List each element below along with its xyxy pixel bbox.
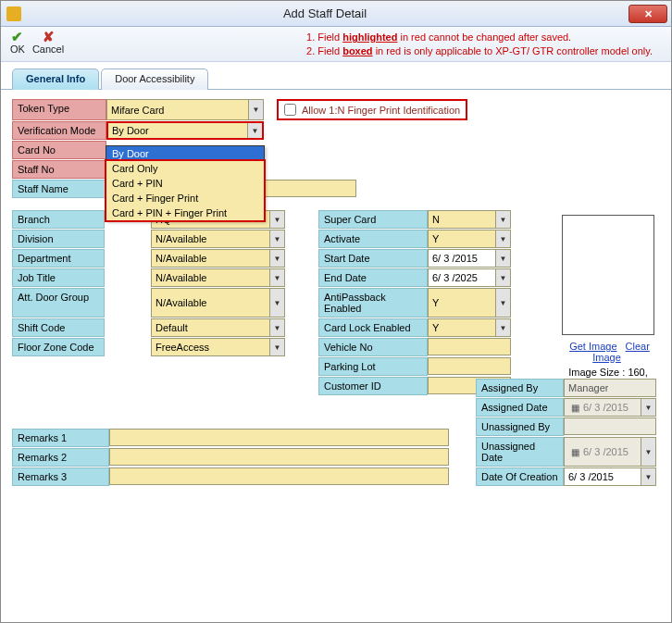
dropdown-option[interactable]: Card + PIN (106, 176, 264, 191)
app-icon (6, 6, 21, 21)
dropdown-option[interactable]: Card + Finger Print (106, 191, 264, 206)
verification-mode-label: Verification Mode (12, 121, 106, 140)
shift-code-select[interactable]: Default▼ (151, 318, 285, 337)
chevron-down-icon: ▼ (247, 123, 262, 138)
antipassback-select[interactable]: Y▼ (428, 288, 511, 318)
card-lock-select[interactable]: Y▼ (428, 318, 511, 337)
cancel-label: Cancel (32, 44, 64, 55)
chevron-down-icon: ▼ (269, 319, 284, 336)
att-door-group-label: Att. Door Group (12, 288, 105, 318)
chevron-down-icon: ▼ (269, 211, 284, 228)
assigned-by-label: Assigned By (476, 379, 564, 397)
customer-id-label: Customer ID (318, 377, 428, 395)
token-type-select[interactable]: Mifare Card ▼ (106, 99, 264, 120)
tab-content: Token Type Mifare Card ▼ Allow 1:N Finge… (1, 90, 671, 496)
tab-door-accessibility[interactable]: Door Accessibility (101, 69, 208, 90)
division-label: Division (12, 230, 105, 248)
chevron-down-icon: ▼ (269, 339, 284, 355)
dropdown-option[interactable]: Card + PIN + Finger Print (106, 206, 264, 220)
end-date-input[interactable]: 6/ 3 /2025▼ (428, 268, 511, 287)
chevron-down-icon: ▼ (495, 289, 510, 317)
start-date-input[interactable]: 6/ 3 /2015▼ (428, 249, 511, 268)
ok-label: OK (10, 44, 25, 55)
chevron-down-icon: ▼ (269, 250, 284, 267)
date-of-creation-input[interactable]: 6/ 3 /2015▼ (564, 467, 656, 486)
dropdown-option[interactable]: Card Only (106, 161, 264, 176)
chevron-down-icon: ▼ (495, 319, 510, 336)
cancel-button[interactable]: ✘ Cancel (32, 31, 64, 55)
verification-mode-dropdown[interactable]: By Door Card Only Card + PIN Card + Fing… (106, 145, 265, 221)
get-image-link[interactable]: Get Image (569, 341, 616, 352)
vehicle-no-input[interactable] (428, 338, 511, 355)
verification-mode-select[interactable]: By Door ▼ (106, 121, 264, 140)
job-title-label: Job Title (12, 268, 105, 287)
activate-select[interactable]: Y▼ (428, 230, 511, 248)
department-select[interactable]: N/Available▼ (151, 249, 285, 268)
allow-fingerprint-label: Allow 1:N Finger Print Identification (302, 105, 460, 116)
super-card-select[interactable]: N▼ (428, 210, 511, 229)
chevron-down-icon: ▼ (269, 269, 284, 286)
allow-fingerprint-box[interactable]: Allow 1:N Finger Print Identification (277, 99, 467, 120)
floor-zone-label: Floor Zone Code (12, 338, 105, 356)
tabstrip: General Info Door Accessibility (1, 68, 671, 90)
chevron-down-icon: ▼ (248, 100, 263, 119)
remarks2-label: Remarks 2 (12, 448, 109, 467)
remarks1-label: Remarks 1 (12, 429, 109, 447)
toolbar: ✔ OK ✘ Cancel 1. Field highlighted in re… (1, 27, 671, 62)
division-select[interactable]: N/Available▼ (151, 230, 285, 248)
ok-button[interactable]: ✔ OK (10, 31, 25, 55)
allow-fingerprint-checkbox[interactable] (284, 104, 296, 116)
chevron-down-icon: ▼ (641, 438, 655, 466)
remarks3-label: Remarks 3 (12, 467, 109, 486)
assigned-by-value: Manager (564, 379, 656, 397)
unassigned-date-value: ▦ 6/ 3 /2015▼ (564, 437, 656, 467)
staff-name-label: Staff Name (12, 180, 106, 198)
date-of-creation-label: Date Of Creation (476, 467, 564, 486)
chevron-down-icon: ▼ (495, 250, 510, 267)
chevron-down-icon: ▼ (269, 289, 284, 317)
end-date-label: End Date (318, 268, 428, 287)
add-staff-window: Add Staff Detail ✕ ✔ OK ✘ Cancel 1. Fiel… (0, 0, 672, 623)
x-icon: ✘ (43, 31, 55, 44)
parking-lot-input[interactable] (428, 357, 511, 375)
dropdown-option[interactable]: By Door (106, 146, 264, 161)
staff-image-box (562, 215, 654, 335)
close-button[interactable]: ✕ (628, 5, 667, 23)
parking-lot-label: Parking Lot (318, 357, 428, 376)
tab-general-info[interactable]: General Info (12, 69, 99, 90)
unassigned-date-label: Unassigned Date (476, 437, 564, 467)
unassigned-by-value (564, 417, 656, 435)
check-icon: ✔ (11, 31, 23, 44)
vehicle-no-label: Vehicle No (318, 338, 428, 356)
window-title: Add Staff Detail (21, 6, 628, 20)
card-no-label: Card No (12, 141, 106, 159)
titlebar: Add Staff Detail ✕ (1, 1, 671, 27)
floor-zone-select[interactable]: FreeAccess▼ (151, 338, 285, 356)
calendar-icon: ▦ (568, 447, 581, 457)
chevron-down-icon: ▼ (641, 468, 655, 485)
token-type-label: Token Type (12, 99, 106, 120)
image-panel: Get Image Clear Image Image Size : 160, … (562, 215, 654, 389)
start-date-label: Start Date (318, 249, 428, 268)
chevron-down-icon: ▼ (495, 231, 510, 247)
assignment-block: Assigned By Manager Assigned Date ▦ 6/ 3… (476, 379, 656, 487)
notes-text: 1. Field highlighted in red cannot be ch… (306, 31, 662, 58)
activate-label: Activate (318, 230, 428, 248)
remarks3-input[interactable] (109, 467, 449, 485)
remarks2-input[interactable] (109, 448, 449, 466)
antipassback-label: AntiPassback Enabled (318, 288, 428, 318)
assigned-date-label: Assigned Date (476, 398, 564, 417)
assigned-date-value: ▦ 6/ 3 /2015▼ (564, 398, 656, 417)
chevron-down-icon: ▼ (641, 399, 655, 416)
remarks1-input[interactable] (109, 429, 449, 446)
unassigned-by-label: Unassigned By (476, 417, 564, 436)
att-door-group-select[interactable]: N/Available▼ (151, 288, 285, 318)
chevron-down-icon: ▼ (269, 231, 284, 247)
branch-label: Branch (12, 210, 105, 229)
chevron-down-icon: ▼ (495, 269, 510, 286)
job-title-select[interactable]: N/Available▼ (151, 268, 285, 287)
super-card-label: Super Card (318, 210, 428, 229)
calendar-icon: ▦ (568, 403, 581, 413)
chevron-down-icon: ▼ (495, 211, 510, 228)
card-lock-label: Card Lock Enabled (318, 318, 428, 337)
